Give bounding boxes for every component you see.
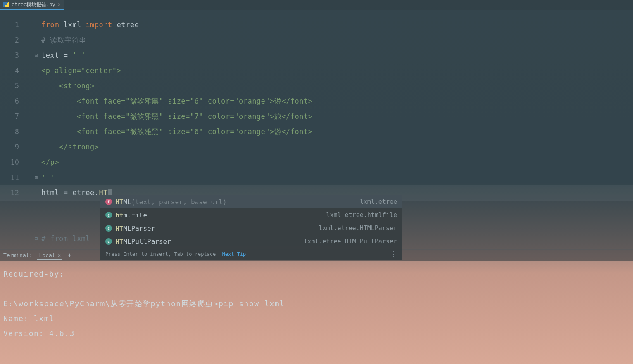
terminal-line: E:\workspace\PyCharm\从零开始学python网络爬虫>pip… [3,296,630,311]
terminal-line: Name: lxml [3,311,630,326]
autocomplete-hint: Press Enter to insert, Tab to replace [105,251,216,257]
more-icon[interactable]: ⋮ [390,250,397,258]
next-tip-link[interactable]: Next Tip [222,251,246,257]
fold-icon[interactable]: ⊟ [35,170,38,185]
line-number: 8 [0,124,19,139]
code-line[interactable]: <p align="center"> [25,63,633,78]
function-icon: f [105,199,112,205]
line-number: 9 [0,139,19,155]
add-terminal-button[interactable]: + [67,251,71,259]
line-number: 2 [0,33,19,48]
line-number: 11 [0,170,19,185]
line-number: 1 [0,17,19,33]
file-tab[interactable]: etree模块报错.py × [0,0,64,10]
code-line[interactable]: # 读取字符串 [25,33,633,48]
terminal-line [3,281,630,296]
code-line[interactable]: <font face="微软雅黑" size="6" color="orange… [25,94,633,109]
line-number: 6 [0,94,19,109]
line-number: 10 [0,155,19,170]
tab-bar: etree模块报错.py × [0,0,633,10]
autocomplete-popup[interactable]: f HTML(text, parser, base_url) lxml.etre… [100,195,402,260]
class-icon: c [105,225,112,232]
close-icon[interactable]: × [58,2,61,7]
code-line[interactable]: ⊟''' [25,170,633,185]
class-icon: c [105,212,112,218]
code-line[interactable]: <font face="微软雅黑" size="6" color="orange… [25,124,633,139]
terminal-output[interactable]: Required-by: E:\workspace\PyCharm\从零开始学p… [0,261,633,347]
autocomplete-footer: Press Enter to insert, Tab to replace Ne… [100,248,402,260]
class-icon: c [105,238,112,245]
autocomplete-module: lxml.etree [360,198,397,206]
python-icon [3,2,9,7]
autocomplete-module: lxml.etree.htmlfile [326,211,397,219]
autocomplete-module: lxml.etree.HTMLPullParser [304,238,397,245]
autocomplete-module: lxml.etree.HTMLParser [319,225,397,232]
autocomplete-item[interactable]: c htmlfile lxml.etree.htmlfile [100,208,402,222]
autocomplete-item[interactable]: c HTMLPullParser lxml.etree.HTMLPullPars… [100,235,402,248]
close-icon[interactable]: × [58,252,61,258]
code-line[interactable]: <font face="微软雅黑" size="7" color="orange… [25,109,633,124]
autocomplete-item[interactable]: f HTML(text, parser, base_url) lxml.etre… [100,195,402,208]
line-number: 3 [0,48,19,63]
code-line[interactable]: from lxml import etree [25,17,633,33]
fold-icon[interactable]: ⊟ [35,48,38,63]
tab-filename: etree模块报错.py [12,1,55,8]
line-gutter: 1 2 3 4 5 6 7 8 9 10 11 12 [0,10,25,249]
terminal-label: Terminal: [3,252,32,258]
autocomplete-item[interactable]: c HTMLParser lxml.etree.HTMLParser [100,222,402,235]
code-line[interactable]: ⊟text = ''' [25,48,633,63]
fold-icon[interactable]: ⊟ [35,231,38,246]
line-number: 5 [0,78,19,94]
terminal-line: Required-by: [3,267,630,281]
terminal-tab[interactable]: Local × [37,251,62,260]
code-line[interactable]: </p> [25,155,633,170]
code-line[interactable]: </strong> [25,139,633,155]
terminal-line: Version: 4.6.3 [3,326,630,341]
code-line[interactable]: <strong> [25,78,633,94]
line-number: 4 [0,63,19,78]
line-number: 7 [0,109,19,124]
